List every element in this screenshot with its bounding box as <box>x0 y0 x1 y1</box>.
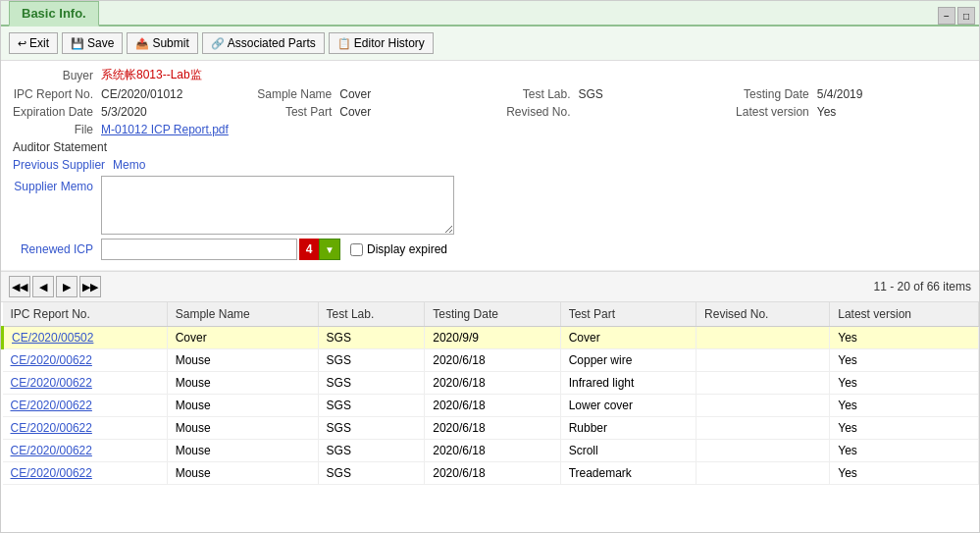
renewed-icp-label: Renewed ICP <box>13 242 101 256</box>
dropdown-arrow-icon: ▼ <box>325 244 335 255</box>
td-ipc: CE/2020/00622 <box>3 462 168 485</box>
td-ipc: CE/2020/00502 <box>3 327 168 349</box>
save-icon: 💾 <box>71 37 84 50</box>
table-row[interactable]: CE/2020/00622MouseSGS2020/6/18Lower cove… <box>3 395 979 417</box>
ipc-row: IPC Report No. CE/2020/01012 Sample Name… <box>13 87 967 101</box>
file-label: File <box>13 123 101 136</box>
renewed-count-badge: 4 <box>299 239 319 260</box>
table-row[interactable]: CE/2020/00622MouseSGS2020/6/18Treademark… <box>3 462 979 485</box>
previous-supplier-label: Previous Supplier <box>13 158 113 172</box>
td-revised <box>696 327 830 349</box>
display-expired-label: Display expired <box>367 242 447 256</box>
td-lab: SGS <box>318 395 425 417</box>
file-link[interactable]: M-01012 ICP Report.pdf <box>101 123 229 136</box>
renewed-icp-input[interactable] <box>101 239 297 260</box>
table-row[interactable]: CE/2020/00622MouseSGS2020/6/18ScrollYes <box>3 440 979 462</box>
associated-parts-button[interactable]: 🔗 Associated Parts <box>202 32 325 54</box>
testing-date-value: 5/4/2019 <box>817 87 896 101</box>
display-expired-checkbox[interactable] <box>350 243 363 256</box>
td-lab: SGS <box>318 440 425 462</box>
test-part-col: Test Part Cover <box>251 105 490 119</box>
th-ipc-report-no: IPC Report No. <box>3 302 168 327</box>
buyer-value: 系统帐8013--Lab监 <box>101 67 202 83</box>
th-test-part: Test Part <box>560 302 696 327</box>
editor-history-icon: 📋 <box>337 37 351 50</box>
testing-date-col: Testing Date 5/4/2019 <box>729 87 967 101</box>
table-row[interactable]: CE/2020/00622MouseSGS2020/6/18Infrared l… <box>3 372 979 395</box>
first-page-button[interactable]: ◀◀ <box>9 276 30 297</box>
tab-bar: Basic Info. − □ <box>1 1 979 27</box>
td-date: 2020/9/9 <box>425 327 560 349</box>
td-lab: SGS <box>318 417 425 440</box>
td-sample: Cover <box>167 327 318 349</box>
latest-version-value: Yes <box>817 105 896 119</box>
file-row: File M-01012 ICP Report.pdf <box>13 123 967 136</box>
ipc-table: IPC Report No. Sample Name Test Lab. Tes… <box>1 302 979 485</box>
td-latest: Yes <box>830 327 979 349</box>
td-part: Copper wire <box>560 349 696 372</box>
submit-icon: 📤 <box>135 37 149 50</box>
td-sample: Mouse <box>167 395 318 417</box>
nav-buttons: ◀◀ ◀ ▶ ▶▶ <box>9 276 101 297</box>
renewed-dropdown-button[interactable]: ▼ <box>319 239 340 260</box>
minimize-button[interactable]: − <box>938 7 955 25</box>
exit-label: Exit <box>29 36 49 50</box>
td-sample: Mouse <box>167 462 318 485</box>
td-latest: Yes <box>830 349 979 372</box>
exit-button[interactable]: ↩ Exit <box>9 32 58 54</box>
td-revised <box>696 417 830 440</box>
tab-basic-info[interactable]: Basic Info. <box>9 1 99 27</box>
td-sample: Mouse <box>167 349 318 372</box>
test-lab-col: Test Lab. SGS <box>490 87 729 101</box>
th-testing-date: Testing Date <box>425 302 560 327</box>
save-button[interactable]: 💾 Save <box>62 32 123 54</box>
latest-version-label: Latest version <box>729 105 817 119</box>
display-expired-section: Display expired <box>350 242 447 256</box>
td-date: 2020/6/18 <box>425 349 560 372</box>
maximize-button[interactable]: □ <box>957 7 975 25</box>
revised-no-col: Revised No. <box>490 105 729 119</box>
td-ipc: CE/2020/00622 <box>3 349 168 372</box>
td-ipc: CE/2020/00622 <box>3 440 168 462</box>
td-date: 2020/6/18 <box>425 440 560 462</box>
td-part: Cover <box>560 327 696 349</box>
memo-sub-label: Memo <box>113 158 153 172</box>
prev-page-button[interactable]: ◀ <box>32 276 54 297</box>
toolbar: ↩ Exit 💾 Save 📤 Submit 🔗 Associated Part… <box>1 27 979 61</box>
table-header-row: IPC Report No. Sample Name Test Lab. Tes… <box>3 302 979 327</box>
sample-name-label: Sample Name <box>251 87 339 101</box>
form-area: Buyer 系统帐8013--Lab监 IPC Report No. CE/20… <box>1 61 979 271</box>
previous-supplier-row: Previous Supplier Memo <box>13 158 967 172</box>
editor-history-button[interactable]: 📋 Editor History <box>329 32 434 54</box>
td-lab: SGS <box>318 462 425 485</box>
save-label: Save <box>87 36 114 50</box>
pagination-bar: ◀◀ ◀ ▶ ▶▶ 11 - 20 of 66 items <box>1 271 979 302</box>
td-revised <box>696 462 830 485</box>
next-page-button[interactable]: ▶ <box>56 276 77 297</box>
expiration-col: Expiration Date 5/3/2020 <box>13 105 251 119</box>
buyer-label: Buyer <box>13 69 101 82</box>
td-revised <box>696 395 830 417</box>
ipc-col: IPC Report No. CE/2020/01012 <box>13 87 251 101</box>
associated-parts-icon: 🔗 <box>211 37 225 50</box>
test-part-label: Test Part <box>251 105 339 119</box>
td-ipc: CE/2020/00622 <box>3 417 168 440</box>
table-row[interactable]: CE/2020/00502CoverSGS2020/9/9CoverYes <box>3 327 979 349</box>
table-row[interactable]: CE/2020/00622MouseSGS2020/6/18Copper wir… <box>3 349 979 372</box>
table-row[interactable]: CE/2020/00622MouseSGS2020/6/18RubberYes <box>3 417 979 440</box>
submit-button[interactable]: 📤 Submit <box>127 32 197 54</box>
exit-icon: ↩ <box>18 37 26 50</box>
expiration-row: Expiration Date 5/3/2020 Test Part Cover… <box>13 105 967 119</box>
last-page-button[interactable]: ▶▶ <box>79 276 101 297</box>
associated-parts-label: Associated Parts <box>228 36 316 50</box>
td-lab: SGS <box>318 327 425 349</box>
td-latest: Yes <box>830 417 979 440</box>
td-revised <box>696 372 830 395</box>
td-ipc: CE/2020/00622 <box>3 372 168 395</box>
supplier-memo-textarea[interactable] <box>101 176 454 235</box>
auditor-row: Auditor Statement <box>13 140 967 154</box>
td-sample: Mouse <box>167 372 318 395</box>
ipc-report-value: CE/2020/01012 <box>101 87 182 101</box>
supplier-memo-label: Supplier Memo <box>13 176 101 193</box>
td-part: Rubber <box>560 417 696 440</box>
